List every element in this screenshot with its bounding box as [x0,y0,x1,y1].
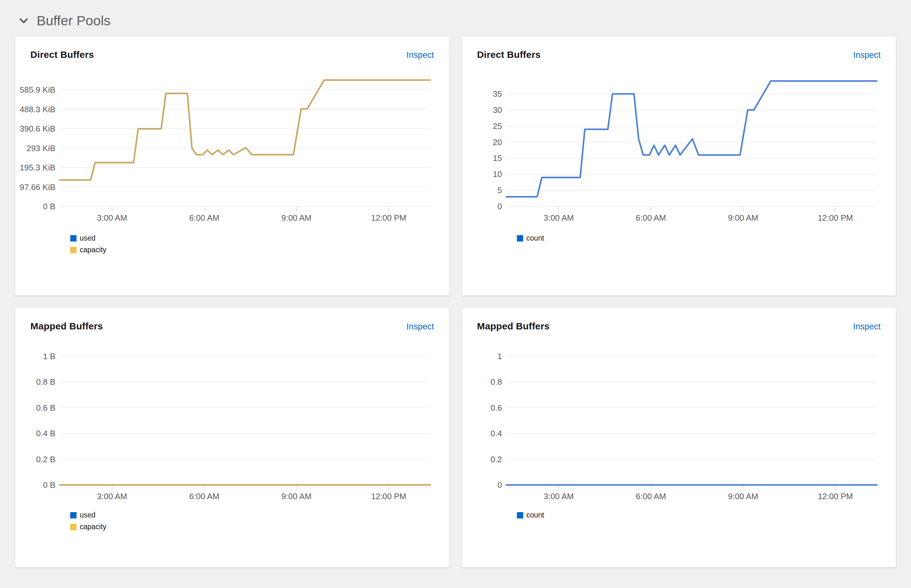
y-tick-label: 0.8 B [36,378,55,387]
legend-item-used: used [70,511,449,519]
legend-item-count: count [517,511,896,519]
legend-swatch-icon [70,247,76,253]
y-tick-label: 25 [493,121,502,131]
x-tick-label: 6:00 AM [636,213,666,223]
legend-label: used [80,234,95,242]
y-tick-label: 35 [493,89,502,99]
x-tick-label: 12:00 PM [371,213,406,223]
mapped-buffers-chart-3[interactable]: 10.80.60.40.203:00 AM6:00 AM9:00 AM12:00… [462,344,896,503]
inspect-link[interactable]: Inspect [406,50,434,60]
y-tick-label: 0.6 [490,403,502,412]
card-header: Direct BuffersInspect [15,37,449,60]
legend-label: used [80,511,95,519]
chart-title: Mapped Buffers [31,321,103,332]
y-tick-label: 0 [498,480,502,490]
inspect-link[interactable]: Inspect [853,50,881,60]
count-series-line [506,81,877,197]
legend-item-capacity: capacity [70,246,449,254]
y-tick-label: 0.4 [490,429,502,438]
y-tick-label: 10 [493,170,502,179]
y-tick-label: 488.3 KiB [19,105,55,114]
chart-title: Direct Buffers [477,49,540,60]
y-tick-label: 15 [493,153,502,163]
y-tick-label: 0.4 B [36,429,55,438]
inspect-link[interactable]: Inspect [853,322,881,332]
chart-card-mapped-buffers-3: Mapped BuffersInspect10.80.60.40.203:00 … [462,308,896,567]
y-tick-label: 97.66 KiB [19,183,55,192]
legend-item-count: count [517,234,896,242]
x-tick-label: 3:00 AM [544,491,573,501]
y-tick-label: 0 [498,202,502,211]
x-tick-label: 9:00 AM [282,213,312,223]
buffer-pools-section-header[interactable]: Buffer Pools [0,0,911,28]
section-title: Buffer Pools [37,13,110,28]
legend-swatch-icon [70,512,76,519]
legend-label: capacity [80,523,106,531]
x-tick-label: 12:00 PM [371,491,406,501]
legend-swatch-icon [70,524,76,530]
x-tick-label: 9:00 AM [282,491,312,501]
legend-swatch-icon [517,512,523,519]
chevron-down-icon [18,16,29,26]
y-tick-label: 20 [493,137,502,147]
legend-label: count [526,511,544,519]
legend-label: count [526,234,544,242]
chart-title: Direct Buffers [31,49,94,60]
chart-card-mapped-buffers-2: Mapped BuffersInspect1 B0.8 B0.6 B0.4 B0… [15,308,449,567]
y-tick-label: 30 [493,105,502,115]
y-tick-label: 5 [498,186,502,195]
x-tick-label: 6:00 AM [189,491,219,501]
legend-swatch-icon [517,235,523,242]
x-tick-label: 3:00 AM [97,491,127,501]
x-tick-label: 3:00 AM [544,213,573,223]
inspect-link[interactable]: Inspect [406,322,434,332]
chart-legend: usedcapacity [70,511,449,531]
capacity-series-line [60,80,430,180]
legend-item-used: used [70,234,449,242]
chart-card-direct-buffers-1: Direct BuffersInspect353025201510503:00 … [462,37,896,296]
y-tick-label: 0.2 [490,455,502,464]
y-tick-label: 0.2 B [36,455,55,464]
y-tick-label: 0 B [43,480,55,490]
direct-buffers-chart-0[interactable]: 585.9 KiB488.3 KiB390.6 KiB293 KiB195.3 … [15,72,449,226]
x-tick-label: 12:00 PM [818,491,853,501]
chart-legend: usedcapacity [70,234,449,254]
y-tick-label: 0 B [43,202,55,211]
y-tick-label: 0.8 [490,378,502,387]
legend-label: capacity [80,246,106,254]
card-header: Direct BuffersInspect [462,37,896,60]
card-header: Mapped BuffersInspect [15,308,449,332]
mapped-buffers-chart-2[interactable]: 1 B0.8 B0.6 B0.4 B0.2 B0 B3:00 AM6:00 AM… [15,344,449,503]
chart-legend: count [517,511,896,519]
legend-swatch-icon [70,235,76,242]
direct-buffers-chart-1[interactable]: 353025201510503:00 AM6:00 AM9:00 AM12:00… [462,72,896,226]
chart-title: Mapped Buffers [477,321,550,332]
legend-item-capacity: capacity [70,523,449,531]
x-tick-label: 12:00 PM [818,213,853,223]
y-tick-label: 0.6 B [36,403,55,412]
x-tick-label: 6:00 AM [189,213,219,223]
x-tick-label: 9:00 AM [728,491,758,501]
y-tick-label: 293 KiB [27,144,55,153]
chart-card-direct-buffers-0: Direct BuffersInspect585.9 KiB488.3 KiB3… [15,37,449,296]
x-tick-label: 9:00 AM [728,213,758,223]
y-tick-label: 390.6 KiB [19,124,55,133]
chart-legend: count [517,234,896,242]
charts-grid: Direct BuffersInspect585.9 KiB488.3 KiB3… [15,37,896,567]
y-tick-label: 195.3 KiB [19,163,55,172]
y-tick-label: 1 [498,352,502,361]
card-header: Mapped BuffersInspect [462,308,896,332]
x-tick-label: 6:00 AM [636,491,666,501]
y-tick-label: 585.9 KiB [19,85,55,95]
y-tick-label: 1 B [43,352,55,361]
x-tick-label: 3:00 AM [97,213,127,223]
